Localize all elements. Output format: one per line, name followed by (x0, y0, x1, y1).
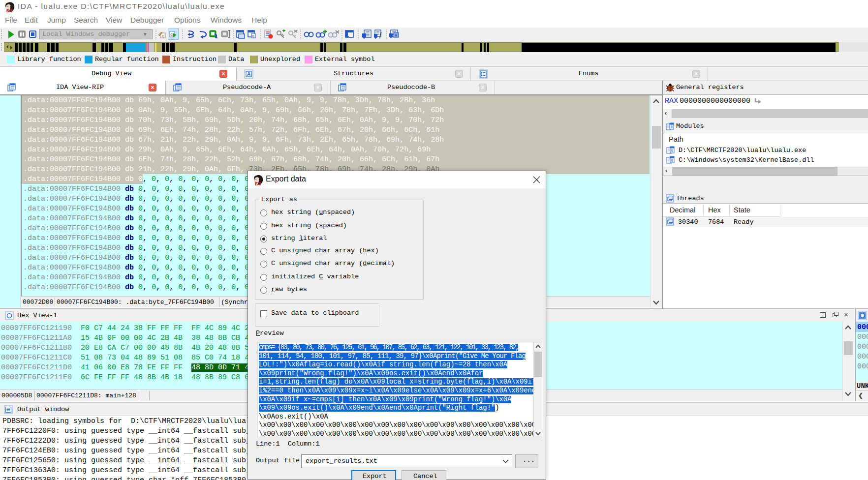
svg-text:c: c (170, 32, 173, 37)
svg-text:f: f (379, 31, 382, 38)
svg-text:c: c (162, 34, 164, 39)
svg-text:A: A (247, 71, 250, 77)
svg-text:64: 64 (6, 8, 13, 12)
svg-text:B: B (252, 34, 254, 38)
svg-text:64: 64 (255, 181, 261, 186)
svg-text:a: a (395, 33, 398, 38)
